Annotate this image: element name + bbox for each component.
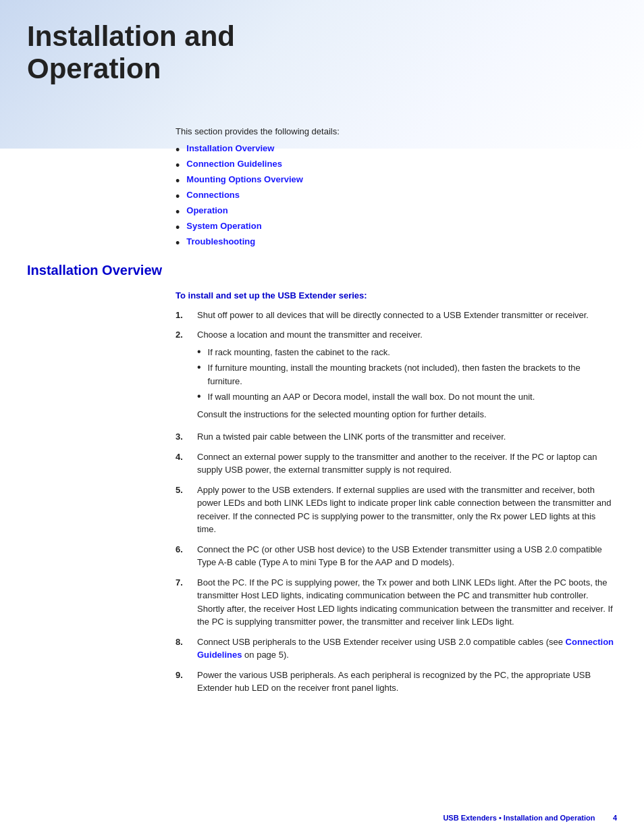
consult-note: Consult the instructions for the selecte…	[197, 408, 617, 421]
list-item: • Operation	[176, 205, 617, 218]
connection-guidelines-link[interactable]: Connection Guidelines	[186, 159, 282, 169]
list-item: • Connections	[176, 190, 617, 203]
step-2-num: 2.	[176, 328, 194, 342]
bullet-dot: •	[176, 237, 180, 249]
footer-divider	[600, 814, 608, 822]
sub-bullet-text: If wall mounting an AAP or Decora model,…	[208, 390, 535, 404]
step-4: 4. Connect an external power supply to t…	[176, 450, 617, 477]
operation-link[interactable]: Operation	[186, 205, 227, 215]
installation-overview-heading: Installation Overview	[27, 263, 617, 278]
sub-bullet-text: If furniture mounting, install the mount…	[208, 361, 617, 388]
step-4-num: 4.	[176, 450, 194, 464]
sub-bullet-text: If rack mounting, fasten the cabinet to …	[208, 346, 390, 359]
step-2-text: Choose a location and mount the transmit…	[197, 330, 423, 340]
list-item: • Installation Overview	[176, 143, 617, 156]
bullet-dot: •	[176, 159, 180, 172]
step-7: 7. Boot the PC. If the PC is supplying p…	[176, 576, 617, 629]
step-2-subbullets: • If rack mounting, fasten the cabinet t…	[197, 346, 617, 404]
step-6: 6. Connect the PC (or other USB host dev…	[176, 543, 617, 569]
installation-overview-link[interactable]: Installation Overview	[186, 143, 274, 153]
footer-text: USB Extenders • Installation and Operati…	[443, 814, 595, 822]
bullet-dot: •	[176, 206, 180, 218]
system-operation-link[interactable]: System Operation	[186, 221, 261, 231]
step-8: 8. Connect USB peripherals to the USB Ex…	[176, 635, 617, 662]
sub-bullet-item: • If rack mounting, fasten the cabinet t…	[197, 346, 617, 359]
step-9: 9. Power the various USB peripherals. As…	[176, 669, 617, 695]
step-1-text: Shut off power to all devices that will …	[197, 309, 617, 322]
troubleshooting-link[interactable]: Troubleshooting	[186, 236, 255, 246]
bullet-dot: •	[176, 175, 180, 187]
steps-content: 1. Shut off power to all devices that wi…	[176, 309, 617, 695]
intro-section: This section provides the following deta…	[176, 126, 617, 249]
step-1-num: 1.	[176, 309, 194, 322]
step-5-num: 5.	[176, 484, 194, 497]
intro-bullet-list: • Installation Overview • Connection Gui…	[176, 143, 617, 249]
step-6-text: Connect the PC (or other USB host device…	[197, 543, 617, 569]
intro-text: This section provides the following deta…	[176, 126, 617, 136]
steps-list: 1. Shut off power to all devices that wi…	[176, 309, 617, 695]
sub-bullet-dot: •	[197, 361, 201, 373]
step-3-text: Run a twisted pair cable between the LIN…	[197, 430, 617, 444]
step-5-text: Apply power to the USB extenders. If ext…	[197, 484, 617, 536]
step-9-num: 9.	[176, 669, 194, 682]
step-1: 1. Shut off power to all devices that wi…	[176, 309, 617, 322]
mounting-options-link[interactable]: Mounting Options Overview	[186, 174, 303, 184]
bullet-dot: •	[176, 190, 180, 203]
list-item: • Mounting Options Overview	[176, 174, 617, 187]
list-item: • Connection Guidelines	[176, 159, 617, 172]
step-9-text: Power the various USB peripherals. As ea…	[197, 669, 617, 695]
sub-bullet-item: • If furniture mounting, install the mou…	[197, 361, 617, 388]
step-3: 3. Run a twisted pair cable between the …	[176, 430, 617, 444]
bullet-dot: •	[176, 221, 180, 234]
step-3-num: 3.	[176, 430, 194, 444]
connections-link[interactable]: Connections	[186, 190, 240, 200]
sub-bullet-item: • If wall mounting an AAP or Decora mode…	[197, 390, 617, 404]
install-sub-heading: To install and set up the USB Extender s…	[176, 290, 617, 301]
page-footer: USB Extenders • Installation and Operati…	[443, 814, 617, 822]
sub-bullet-dot: •	[197, 390, 201, 402]
list-item: • System Operation	[176, 221, 617, 234]
step-7-text: Boot the PC. If the PC is supplying powe…	[197, 576, 617, 629]
footer-page-num: 4	[613, 814, 617, 822]
step-6-num: 6.	[176, 543, 194, 556]
connection-guidelines-inline-link[interactable]: Connection Guidelines	[197, 637, 614, 660]
step-7-num: 7.	[176, 576, 194, 590]
list-item: • Troubleshooting	[176, 236, 617, 249]
step-5: 5. Apply power to the USB extenders. If …	[176, 484, 617, 536]
step-8-text: Connect USB peripherals to the USB Exten…	[197, 635, 617, 662]
step-8-num: 8.	[176, 635, 194, 649]
sub-bullet-dot: •	[197, 346, 201, 358]
step-2: 2. Choose a location and mount the trans…	[176, 328, 617, 423]
step-2-content: Choose a location and mount the transmit…	[197, 328, 617, 423]
bullet-dot: •	[176, 144, 180, 156]
step-4-text: Connect an external power supply to the …	[197, 450, 617, 477]
page-title: Installation and Operation	[27, 20, 311, 86]
